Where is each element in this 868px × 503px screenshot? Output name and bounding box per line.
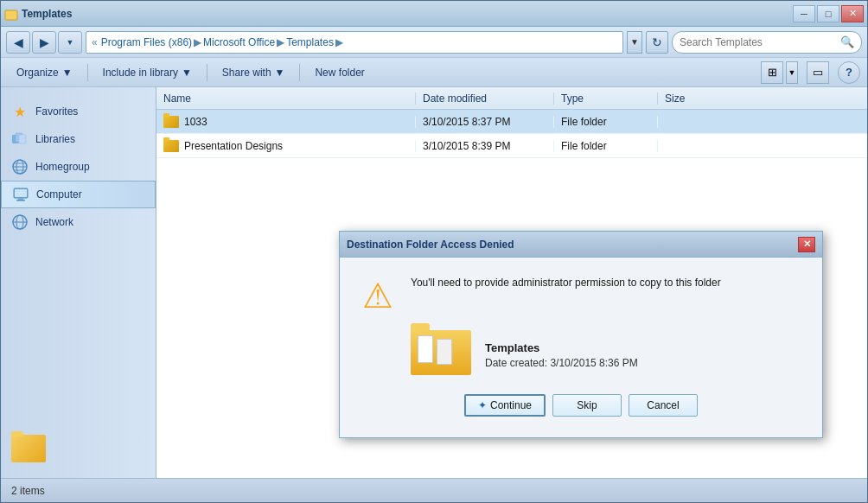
close-button[interactable]: ✕ xyxy=(841,5,864,22)
svg-rect-5 xyxy=(19,135,26,143)
paper-1 xyxy=(418,335,433,363)
window-icon xyxy=(4,7,18,21)
dialog-folder-icon xyxy=(411,330,471,380)
skip-button[interactable]: Skip xyxy=(552,394,622,417)
toolbar-right: ⊞ ▼ ▭ ? xyxy=(761,61,860,84)
new-folder-button[interactable]: New folder xyxy=(306,61,373,84)
dialog: Destination Folder Access Denied ✕ You'l… xyxy=(339,231,823,438)
organize-arrow-icon: ▼ xyxy=(62,67,73,79)
breadcrumb-item-3[interactable]: Templates xyxy=(286,36,334,48)
dialog-folder-details: Templates Date created: 3/10/2015 8:36 P… xyxy=(485,341,638,369)
svg-rect-13 xyxy=(18,198,23,200)
sidebar-item-libraries[interactable]: Libraries xyxy=(1,125,156,153)
dialog-body: You'll need to provide administrator per… xyxy=(340,258,822,437)
sidebar-item-label-network: Network xyxy=(35,216,73,228)
window-title: Templates xyxy=(22,8,72,20)
dialog-message: You'll need to provide administrator per… xyxy=(411,275,805,290)
folder-date: Date created: 3/10/2015 8:36 PM xyxy=(485,357,638,369)
toolbar: Organize ▼ Include in library ▼ Share wi… xyxy=(1,58,867,87)
include-library-button[interactable]: Include in library ▼ xyxy=(94,61,201,84)
organize-button[interactable]: Organize ▼ xyxy=(8,61,81,84)
warning-triangle xyxy=(362,278,393,313)
title-bar-controls: ─ □ ✕ xyxy=(793,5,864,22)
preview-button[interactable]: ▭ xyxy=(807,61,829,84)
cancel-button[interactable]: Cancel xyxy=(629,394,698,417)
sidebar-item-label-favorites: Favorites xyxy=(35,105,78,118)
breadcrumb-item-1[interactable]: Program Files (x86) xyxy=(101,36,192,48)
dialog-overlay: Destination Folder Access Denied ✕ You'l… xyxy=(156,87,867,478)
share-with-button[interactable]: Share with ▼ xyxy=(214,61,294,84)
sidebar-item-network[interactable]: Network xyxy=(1,208,156,236)
cancel-label: Cancel xyxy=(647,399,679,411)
toolbar-separator-2 xyxy=(207,64,207,81)
address-dropdown[interactable]: ▼ xyxy=(627,31,642,54)
title-bar-left: Templates xyxy=(4,7,72,21)
breadcrumb-arrow-1: ▶ xyxy=(194,36,201,48)
maximize-button[interactable]: □ xyxy=(817,5,839,22)
organize-label: Organize xyxy=(16,67,59,79)
continue-icon: ✦ xyxy=(478,399,487,411)
dialog-title-bar: Destination Folder Access Denied ✕ xyxy=(340,232,822,258)
back-button[interactable]: ◀ xyxy=(6,31,30,54)
sidebar-item-favorites[interactable]: ★ Favorites xyxy=(1,98,156,125)
sidebar-item-label-computer: Computer xyxy=(36,188,82,201)
dialog-title: Destination Folder Access Denied xyxy=(347,239,514,251)
folder-thumbnail xyxy=(11,435,46,462)
help-button[interactable]: ? xyxy=(838,61,860,84)
views-button[interactable]: ⊞ xyxy=(761,61,783,84)
homegroup-icon xyxy=(11,158,29,175)
sidebar-bottom xyxy=(1,428,156,469)
warning-icon xyxy=(357,275,399,316)
share-with-arrow-icon: ▼ xyxy=(275,67,285,79)
title-bar: Templates ─ □ ✕ xyxy=(1,1,867,27)
share-with-label: Share with xyxy=(222,67,271,79)
main-content: ★ Favorites Libraries xyxy=(1,87,867,478)
sidebar-item-label-homegroup: Homegroup xyxy=(35,161,90,173)
forward-icon: ▶ xyxy=(40,35,49,49)
sidebar-section: ★ Favorites Libraries xyxy=(1,96,156,238)
svg-rect-12 xyxy=(15,189,27,197)
main-window: Templates ─ □ ✕ ◀ ▶ ▼ « Program Files (x… xyxy=(0,0,868,503)
search-input[interactable] xyxy=(680,36,837,48)
favorites-icon: ★ xyxy=(11,103,29,120)
folder-name: Templates xyxy=(485,341,638,354)
network-icon xyxy=(11,213,29,231)
include-library-arrow-icon: ▼ xyxy=(182,67,192,79)
folder-papers xyxy=(418,335,452,365)
views-arrow-button[interactable]: ▼ xyxy=(786,61,798,84)
sidebar: ★ Favorites Libraries xyxy=(1,87,156,478)
dialog-buttons: ✦ Continue Skip Cancel xyxy=(357,394,805,420)
svg-rect-14 xyxy=(16,200,25,201)
minimize-button[interactable]: ─ xyxy=(793,5,815,22)
forward-button[interactable]: ▶ xyxy=(32,31,56,54)
dialog-folder-info: Templates Date created: 3/10/2015 8:36 P… xyxy=(357,330,805,380)
breadcrumb-arrow-2: ▶ xyxy=(277,36,284,48)
refresh-button[interactable]: ↻ xyxy=(646,31,668,54)
continue-label: Continue xyxy=(490,399,532,411)
breadcrumb-bar: « Program Files (x86) ▶ Microsoft Office… xyxy=(86,31,623,54)
status-bar: 2 items xyxy=(1,478,867,502)
big-folder-graphic xyxy=(411,330,471,375)
breadcrumb-sep: « xyxy=(92,36,98,48)
include-library-label: Include in library xyxy=(103,67,178,79)
computer-icon xyxy=(12,186,29,203)
preview-icon: ▭ xyxy=(813,66,823,79)
toolbar-separator-3 xyxy=(299,64,300,81)
sidebar-item-homegroup[interactable]: Homegroup xyxy=(1,153,156,181)
dialog-message-row: You'll need to provide administrator per… xyxy=(357,275,805,316)
sidebar-item-computer[interactable]: Computer xyxy=(1,181,156,208)
recent-button[interactable]: ▼ xyxy=(58,31,82,54)
address-bar: ◀ ▶ ▼ « Program Files (x86) ▶ Microsoft … xyxy=(1,27,867,58)
libraries-icon xyxy=(11,131,29,148)
breadcrumb-item-2[interactable]: Microsoft Office xyxy=(203,36,275,48)
sidebar-item-label-libraries: Libraries xyxy=(35,133,75,145)
dialog-close-button[interactable]: ✕ xyxy=(798,237,815,252)
toolbar-separator-1 xyxy=(87,64,88,81)
views-icon: ⊞ xyxy=(768,66,777,79)
search-icon: 🔍 xyxy=(840,35,854,48)
refresh-icon: ↻ xyxy=(652,35,662,49)
continue-button[interactable]: ✦ Continue xyxy=(464,394,546,417)
back-icon: ◀ xyxy=(14,35,23,49)
item-count: 2 items xyxy=(11,485,45,497)
nav-buttons: ◀ ▶ ▼ xyxy=(6,31,82,54)
